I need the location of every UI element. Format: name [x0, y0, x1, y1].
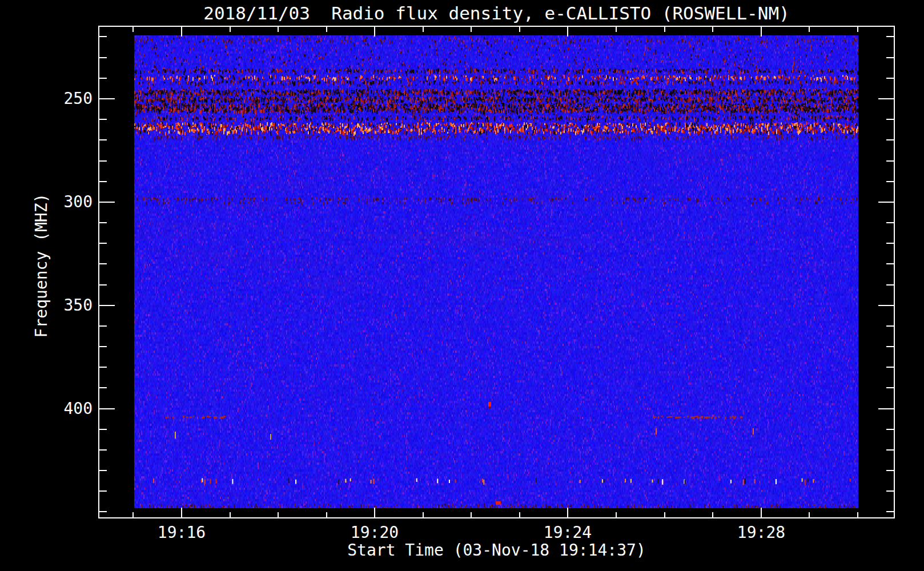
x-tick	[616, 512, 617, 517]
y-tick	[99, 470, 107, 471]
x-tick-top	[326, 27, 327, 32]
x-tick-top	[278, 27, 279, 32]
y-tick	[99, 305, 115, 306]
x-tick	[181, 508, 182, 517]
y-tick-right	[878, 202, 894, 203]
y-tick-label: 350	[41, 297, 93, 314]
x-tick-label: 19:20	[329, 524, 420, 541]
x-tick	[809, 512, 810, 517]
y-tick-right	[886, 139, 894, 140]
y-tick-right	[886, 222, 894, 223]
y-tick-right	[886, 78, 894, 79]
y-tick-right	[886, 325, 894, 327]
x-tick-label: 19:24	[522, 524, 613, 541]
y-tick-right	[886, 160, 894, 162]
y-tick	[99, 139, 107, 140]
x-tick	[761, 508, 762, 517]
x-tick	[857, 512, 858, 517]
x-tick-top	[230, 27, 231, 32]
x-tick	[423, 512, 424, 517]
y-tick-right	[886, 284, 894, 286]
x-tick-top	[423, 27, 424, 32]
x-tick	[326, 512, 327, 517]
page-title: 2018/11/03 Radio flux density, e-CALLIST…	[98, 1, 895, 25]
x-tick	[278, 512, 279, 517]
x-tick-top	[809, 27, 810, 32]
y-tick	[99, 119, 107, 120]
y-tick-right	[886, 263, 894, 264]
y-tick	[99, 160, 107, 162]
y-tick	[99, 263, 107, 264]
y-tick-label: 400	[41, 400, 93, 417]
y-tick	[99, 284, 107, 286]
y-tick	[99, 387, 107, 388]
y-tick-right	[886, 367, 894, 368]
x-tick-top	[616, 27, 617, 32]
x-tick	[712, 512, 713, 517]
x-tick-label: 19:16	[136, 524, 227, 541]
x-tick-top	[181, 27, 182, 37]
y-tick	[99, 78, 107, 79]
y-tick	[99, 243, 107, 244]
y-tick-right	[886, 119, 894, 120]
y-tick	[99, 36, 107, 37]
x-axis-title: Start Time (03-Nov-18 19:14:37)	[98, 541, 895, 560]
x-tick-top	[374, 27, 375, 37]
x-tick-top	[712, 27, 713, 32]
x-tick	[230, 512, 231, 517]
x-tick-label: 19:28	[716, 524, 807, 541]
y-tick	[99, 511, 107, 512]
y-tick	[99, 222, 107, 223]
x-tick-top	[664, 27, 665, 32]
y-tick	[99, 367, 107, 368]
x-tick	[471, 512, 472, 517]
y-tick-right	[878, 408, 894, 409]
y-tick	[99, 325, 107, 327]
x-tick-top	[471, 27, 472, 32]
y-tick	[99, 429, 107, 430]
x-tick	[664, 512, 665, 517]
y-tick-right	[886, 36, 894, 37]
x-tick	[132, 512, 134, 517]
y-tick-right	[886, 511, 894, 512]
y-tick-right	[886, 429, 894, 430]
callisto-spectrogram-page: 2018/11/03 Radio flux density, e-CALLIST…	[0, 0, 924, 571]
y-tick-right	[886, 346, 894, 347]
y-tick-right	[886, 57, 894, 58]
y-tick-right	[886, 243, 894, 244]
y-tick-right	[886, 387, 894, 388]
y-axis-title: Frequency (MHZ)	[32, 194, 51, 338]
y-tick	[99, 490, 107, 492]
y-tick-right	[878, 305, 894, 306]
x-tick	[567, 508, 568, 517]
y-tick	[99, 98, 115, 99]
y-tick	[99, 57, 107, 58]
x-tick-top	[761, 27, 762, 37]
y-tick	[99, 346, 107, 347]
y-tick	[99, 408, 115, 409]
x-tick-top	[519, 27, 520, 32]
y-tick-right	[886, 449, 894, 451]
y-tick	[99, 202, 115, 203]
x-tick	[374, 508, 375, 517]
spectrogram-canvas	[134, 35, 858, 508]
y-tick-right	[886, 490, 894, 492]
y-tick-right	[886, 181, 894, 182]
y-tick	[99, 181, 107, 182]
x-tick-top	[132, 27, 134, 32]
y-tick-right	[886, 470, 894, 471]
y-tick-right	[878, 98, 894, 99]
x-tick-top	[857, 27, 858, 32]
y-tick-label: 250	[41, 90, 93, 107]
x-tick	[519, 512, 520, 517]
x-tick-top	[567, 27, 568, 37]
y-tick	[99, 449, 107, 451]
y-tick-label: 300	[41, 194, 93, 211]
